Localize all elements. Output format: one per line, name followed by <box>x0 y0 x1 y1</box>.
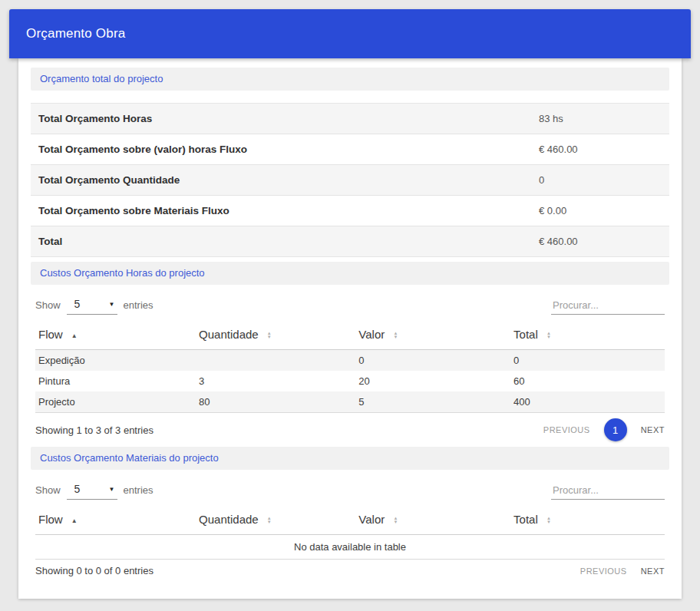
cell-quantidade <box>196 350 355 372</box>
summary-row: Total Orçamento sobre (valor) horas Flux… <box>31 134 669 165</box>
show-label: Show <box>35 299 61 311</box>
col-label: Valor <box>358 513 385 526</box>
materials-search <box>551 481 665 500</box>
sort-both-icon: ▲▼ <box>393 332 398 339</box>
page-title: Orçamento Obra <box>26 26 125 41</box>
col-label: Flow <box>38 513 63 526</box>
materials-page-length: Show 5 ▼ entries <box>35 481 154 500</box>
page-number-button[interactable]: 1 <box>604 418 627 441</box>
cell-valor: 20 <box>355 371 510 391</box>
col-label: Valor <box>358 328 385 341</box>
materials-section-header: Custos Orçamento Materiais do projecto <box>31 447 669 470</box>
entries-label: entries <box>124 484 154 496</box>
cell-valor: 5 <box>355 391 510 413</box>
hours-table-info: Showing 1 to 3 of 3 entries <box>35 424 154 436</box>
show-label: Show <box>35 484 61 496</box>
page-length-select-wrap: 5 ▼ <box>67 481 117 500</box>
materials-table-controls: Show 5 ▼ entries <box>35 481 665 500</box>
col-label: Flow <box>38 328 63 341</box>
summary-label: Total <box>38 236 539 247</box>
sort-both-icon: ▲▼ <box>546 332 551 339</box>
summary-value: € 460.00 <box>539 236 662 247</box>
cell-quantidade: 3 <box>196 371 355 391</box>
summary-row: Total Orçamento Horas 83 hs <box>31 104 669 134</box>
next-page-button[interactable]: NEXT <box>641 425 665 434</box>
hours-search-input[interactable] <box>551 296 665 315</box>
hours-col-total[interactable]: Total ▲▼ <box>510 321 665 350</box>
summary-section-header: Orçamento total do projecto <box>31 68 669 91</box>
materials-col-valor[interactable]: Valor ▲▼ <box>355 506 510 535</box>
summary-value: € 0.00 <box>539 205 662 216</box>
materials-table-footer: Showing 0 to 0 of 0 entries PREVIOUS NEX… <box>31 560 669 582</box>
sort-both-icon: ▲▼ <box>546 517 551 524</box>
hours-table: Flow ▲ Quantidade ▲▼ Valor ▲▼ Total ▲▼ <box>35 321 665 413</box>
materials-table-header-row: Flow ▲ Quantidade ▲▼ Valor ▲▼ Total ▲▼ <box>35 506 665 535</box>
table-row: Projecto 80 5 400 <box>35 391 665 413</box>
materials-table-info: Showing 0 to 0 of 0 entries <box>35 565 154 576</box>
entries-label: entries <box>124 299 154 311</box>
sort-both-icon: ▲▼ <box>267 332 272 339</box>
hours-table-footer: Showing 1 to 3 of 3 entries PREVIOUS 1 N… <box>31 413 669 447</box>
empty-message: No data available in table <box>35 535 665 560</box>
sort-asc-icon: ▲ <box>71 517 78 524</box>
summary-value: 83 hs <box>539 113 662 124</box>
summary-row: Total Orçamento Quantidade 0 <box>31 165 669 196</box>
summary-value: 0 <box>539 174 662 186</box>
cell-total: 400 <box>510 391 665 413</box>
table-row: Pintura 3 20 60 <box>35 371 665 391</box>
materials-section-title: Custos Orçamento Materiais do projecto <box>40 452 219 464</box>
cell-total: 0 <box>510 350 665 372</box>
hours-col-quantidade[interactable]: Quantidade ▲▼ <box>196 321 355 350</box>
summary-row: Total € 460.00 <box>31 226 669 257</box>
sort-asc-icon: ▲ <box>71 332 78 339</box>
summary-label: Total Orçamento Quantidade <box>38 174 539 186</box>
materials-table: Flow ▲ Quantidade ▲▼ Valor ▲▼ Total ▲▼ <box>35 506 665 560</box>
empty-row: No data available in table <box>35 535 665 560</box>
hours-search <box>551 296 665 315</box>
cell-valor: 0 <box>355 350 510 372</box>
hours-table-controls: Show 5 ▼ entries <box>35 296 665 315</box>
materials-pagination: PREVIOUS NEXT <box>580 566 665 576</box>
materials-page-length-select[interactable]: 5 <box>67 481 117 499</box>
col-label: Total <box>513 513 538 526</box>
sort-both-icon: ▲▼ <box>393 517 398 524</box>
hours-col-flow[interactable]: Flow ▲ <box>35 321 196 350</box>
summary-section-title: Orçamento total do projecto <box>40 73 163 84</box>
hours-col-valor[interactable]: Valor ▲▼ <box>355 321 510 350</box>
next-page-button[interactable]: NEXT <box>641 566 665 576</box>
cell-total: 60 <box>510 371 665 391</box>
col-label: Quantidade <box>199 513 259 526</box>
summary-label: Total Orçamento Horas <box>38 113 539 124</box>
materials-col-total[interactable]: Total ▲▼ <box>510 506 665 535</box>
materials-search-input[interactable] <box>551 481 665 500</box>
summary-label: Total Orçamento sobre (valor) horas Flux… <box>38 144 539 155</box>
materials-col-quantidade[interactable]: Quantidade ▲▼ <box>196 506 355 535</box>
page-background: Orçamento Obra Orçamento total do projec… <box>0 0 700 611</box>
cell-flow: Projecto <box>35 391 196 413</box>
hours-page-length-select[interactable]: 5 <box>67 296 117 314</box>
hours-section-header: Custos Orçamento Horas do projecto <box>31 262 669 285</box>
summary-table: Total Orçamento Horas 83 hs Total Orçame… <box>31 103 669 257</box>
page-length-select-wrap: 5 ▼ <box>67 296 117 315</box>
sort-both-icon: ▲▼ <box>267 517 272 524</box>
hours-page-length: Show 5 ▼ entries <box>35 296 154 315</box>
content-card: Orçamento total do projecto Total Orçame… <box>18 58 682 599</box>
summary-row: Total Orçamento sobre Materiais Fluxo € … <box>31 196 669 226</box>
col-label: Quantidade <box>199 328 259 341</box>
hours-section-title: Custos Orçamento Horas do projecto <box>40 267 205 279</box>
summary-label: Total Orçamento sobre Materiais Fluxo <box>38 205 539 216</box>
cell-flow: Expedição <box>35 350 196 372</box>
summary-value: € 460.00 <box>539 144 662 155</box>
cell-flow: Pintura <box>35 371 196 391</box>
hours-pagination: PREVIOUS 1 NEXT <box>543 418 665 441</box>
previous-page-button[interactable]: PREVIOUS <box>580 566 627 576</box>
previous-page-button[interactable]: PREVIOUS <box>543 425 590 434</box>
col-label: Total <box>513 328 538 341</box>
materials-col-flow[interactable]: Flow ▲ <box>35 506 196 535</box>
app-header: Orçamento Obra <box>9 9 691 58</box>
hours-table-header-row: Flow ▲ Quantidade ▲▼ Valor ▲▼ Total ▲▼ <box>35 321 665 350</box>
cell-quantidade: 80 <box>196 391 355 413</box>
table-row: Expedição 0 0 <box>35 350 665 372</box>
